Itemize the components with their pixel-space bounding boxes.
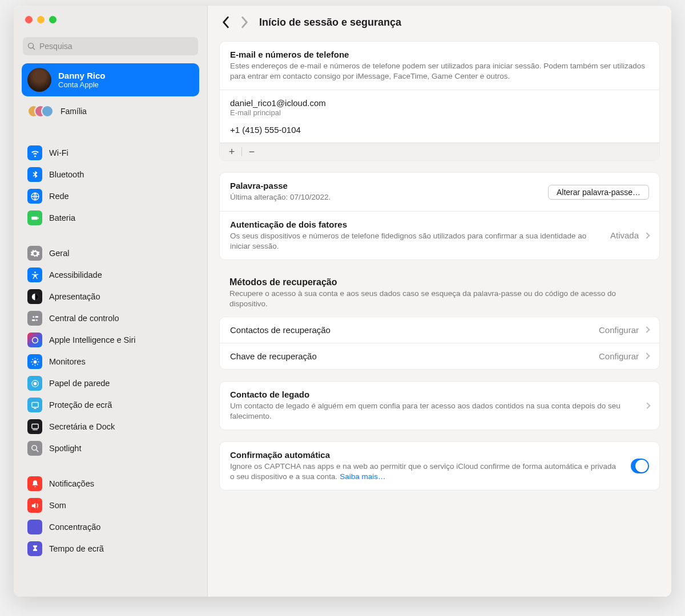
add-button[interactable]: + bbox=[227, 147, 237, 157]
svg-rect-1 bbox=[31, 216, 38, 220]
window-controls bbox=[14, 16, 207, 34]
zoom-icon[interactable] bbox=[49, 16, 57, 23]
sidebar-item-accessibility[interactable]: Acessibilidade bbox=[22, 264, 199, 286]
sidebar-item-siri[interactable]: Apple Intelligence e Siri bbox=[22, 329, 199, 351]
sidebar-item-general[interactable]: Geral bbox=[22, 242, 199, 264]
dock-icon bbox=[27, 419, 42, 434]
sidebar-item-label: Som bbox=[49, 501, 66, 510]
svg-point-5 bbox=[33, 316, 34, 318]
svg-rect-8 bbox=[31, 319, 35, 321]
sidebar-item-label: Monitores bbox=[49, 357, 86, 366]
sidebar-section-system: Geral Acessibilidade Apresentação Centra… bbox=[14, 240, 207, 461]
sidebar-item-network[interactable]: Rede bbox=[22, 185, 199, 207]
recovery-key-row[interactable]: Chave de recuperação Configurar bbox=[220, 343, 659, 369]
remove-button[interactable]: − bbox=[247, 147, 257, 157]
display-icon bbox=[27, 354, 42, 369]
sidebar-item-label: Notificações bbox=[49, 479, 94, 488]
sidebar-item-battery[interactable]: Bateria bbox=[22, 207, 199, 229]
sidebar-item-displays[interactable]: Monitores bbox=[22, 351, 199, 372]
twofa-row[interactable]: Autenticação de dois fatores Os seus dis… bbox=[220, 212, 659, 260]
family-row[interactable]: Família bbox=[22, 98, 199, 125]
svg-rect-14 bbox=[31, 424, 38, 428]
learn-more-link[interactable]: Saiba mais… bbox=[340, 472, 385, 481]
siri-icon bbox=[27, 333, 42, 347]
chevron-right-icon bbox=[643, 352, 650, 359]
autoconfirm-title: Confirmação automática bbox=[230, 450, 619, 460]
change-password-button[interactable]: Alterar palavra-passe… bbox=[548, 185, 649, 200]
sidebar-item-label: Central de controlo bbox=[49, 314, 119, 323]
content-header: Início de sessão e segurança bbox=[208, 6, 671, 37]
account-row[interactable]: Danny Rico Conta Apple bbox=[22, 63, 199, 96]
svg-point-10 bbox=[33, 360, 37, 363]
svg-point-11 bbox=[33, 382, 37, 385]
sidebar-item-label: Proteção de ecrã bbox=[49, 400, 112, 410]
wallpaper-icon bbox=[27, 376, 42, 391]
svg-rect-15 bbox=[33, 429, 38, 429]
sidebar-section-notifications: Notificações Som Concentração Tempo de e… bbox=[14, 471, 207, 562]
svg-point-16 bbox=[31, 445, 37, 450]
recovery-panel: Contactos de recuperação Configurar Chav… bbox=[219, 317, 660, 370]
search-icon bbox=[27, 42, 36, 51]
sidebar-item-wifi[interactable]: Wi-Fi bbox=[22, 142, 199, 164]
back-button[interactable] bbox=[221, 16, 229, 29]
account-name: Danny Rico bbox=[58, 71, 106, 80]
chevron-right-icon bbox=[643, 232, 650, 238]
svg-point-3 bbox=[34, 271, 36, 273]
svg-rect-13 bbox=[31, 402, 38, 407]
family-avatars-icon bbox=[27, 102, 56, 120]
add-remove-bar: + − bbox=[220, 143, 659, 160]
sidebar-section-network: Wi-Fi Bluetooth Rede Bateria bbox=[14, 140, 207, 231]
sidebar-item-bluetooth[interactable]: Bluetooth bbox=[22, 164, 199, 185]
svg-point-7 bbox=[35, 319, 37, 321]
recovery-contacts-label: Contactos de recuperação bbox=[230, 325, 331, 335]
recovery-key-action: Configurar bbox=[599, 351, 639, 361]
sidebar-item-label: Spotlight bbox=[49, 444, 81, 453]
sidebar-item-label: Geral bbox=[49, 249, 69, 258]
sidebar-item-control-center[interactable]: Central de controlo bbox=[22, 307, 199, 329]
sidebar-item-screensaver[interactable]: Proteção de ecrã bbox=[22, 394, 199, 416]
page-title: Início de sessão e segurança bbox=[259, 17, 401, 29]
sidebar-item-label: Apple Intelligence e Siri bbox=[49, 335, 136, 345]
sidebar-item-label: Secretária e Dock bbox=[49, 422, 115, 431]
recovery-contacts-row[interactable]: Contactos de recuperação Configurar bbox=[220, 317, 659, 343]
sidebar-item-wallpaper[interactable]: Papel de parede bbox=[22, 372, 199, 394]
sidebar-item-label: Wi-Fi bbox=[49, 148, 68, 157]
primary-email: daniel_rico1@icloud.com bbox=[230, 98, 649, 108]
email-section-desc: Estes endereços de e-mail e números de t… bbox=[230, 61, 649, 82]
legacy-row[interactable]: Contacto de legado Um contacto de legado… bbox=[220, 382, 659, 429]
autoconfirm-toggle[interactable] bbox=[631, 459, 649, 473]
sidebar-item-sound[interactable]: Som bbox=[22, 495, 199, 516]
sidebar-item-spotlight[interactable]: Spotlight bbox=[22, 437, 199, 459]
avatar bbox=[27, 68, 51, 92]
svg-rect-2 bbox=[38, 217, 38, 219]
legacy-panel: Contacto de legado Um contacto de legado… bbox=[219, 381, 660, 430]
sidebar-item-label: Rede bbox=[49, 192, 69, 201]
minimize-icon[interactable] bbox=[37, 16, 45, 23]
phone-number: +1 (415) 555-0104 bbox=[230, 125, 649, 135]
control-center-icon bbox=[27, 311, 42, 326]
account-subtitle: Conta Apple bbox=[58, 80, 106, 89]
sidebar-item-label: Bateria bbox=[49, 213, 75, 222]
sidebar-item-notifications[interactable]: Notificações bbox=[22, 473, 199, 495]
globe-icon bbox=[27, 189, 42, 204]
appearance-icon bbox=[27, 289, 42, 304]
email-phone-panel: E-mail e números de telefone Estes ender… bbox=[219, 41, 660, 161]
sidebar-item-screentime[interactable]: Tempo de ecrã bbox=[22, 538, 199, 560]
search-placeholder: Pesquisa bbox=[39, 42, 72, 51]
close-icon[interactable] bbox=[25, 16, 33, 23]
sidebar: Pesquisa Danny Rico Conta Apple Família … bbox=[14, 6, 208, 597]
password-panel: Palavra-passe Última alteração: 07/10/20… bbox=[219, 172, 660, 260]
speaker-icon bbox=[27, 498, 42, 513]
chevron-right-icon bbox=[643, 326, 650, 333]
svg-rect-6 bbox=[35, 316, 38, 318]
search-input[interactable]: Pesquisa bbox=[23, 37, 198, 55]
sidebar-item-appearance[interactable]: Apresentação bbox=[22, 286, 199, 307]
forward-button[interactable] bbox=[241, 16, 249, 29]
sidebar-item-dock[interactable]: Secretária e Dock bbox=[22, 416, 199, 437]
sidebar-item-focus[interactable]: Concentração bbox=[22, 516, 199, 538]
recovery-title: Métodos de recuperação bbox=[229, 277, 650, 287]
recovery-heading: Métodos de recuperação Recupere o acesso… bbox=[229, 277, 650, 309]
recovery-contacts-action: Configurar bbox=[599, 325, 639, 335]
wifi-icon bbox=[27, 145, 42, 160]
sidebar-item-label: Tempo de ecrã bbox=[49, 544, 104, 553]
